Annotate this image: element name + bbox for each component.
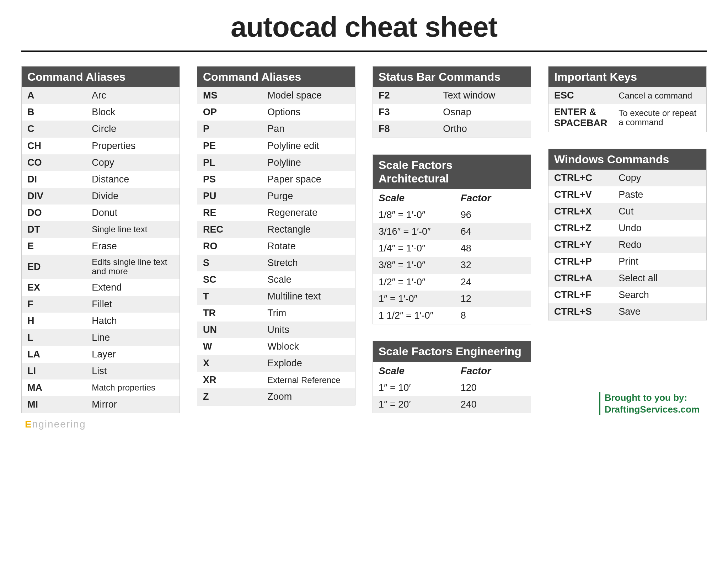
row-value: Scale bbox=[267, 274, 349, 285]
row-key: ESC bbox=[554, 90, 619, 101]
table-row: ENTER & SPACEBARTo execute or repeat a c… bbox=[548, 104, 706, 132]
row-key: REC bbox=[203, 224, 267, 235]
row-value: External Reference bbox=[267, 376, 349, 385]
row-key: PL bbox=[203, 157, 267, 168]
card-statusbar: Status Bar CommandsF2Text windowF3OsnapF… bbox=[373, 66, 531, 138]
row-value: 24 bbox=[461, 277, 525, 288]
table-row: 3/8″ = 1′-0″32 bbox=[373, 257, 531, 273]
table-row: LIList bbox=[22, 363, 180, 379]
card-scale-arch: Scale Factors ArchitecturalScaleFactor1/… bbox=[373, 154, 531, 324]
row-key: DIV bbox=[27, 191, 92, 202]
card-header: Command Aliases bbox=[22, 67, 180, 87]
table-row: DODonut bbox=[22, 205, 180, 221]
row-key: 1/8″ = 1′-0″ bbox=[379, 209, 461, 221]
row-value: Match properties bbox=[92, 383, 174, 392]
row-value: Explode bbox=[267, 358, 349, 369]
row-value: Distance bbox=[92, 174, 174, 185]
row-key: RO bbox=[203, 241, 267, 252]
row-value: Cancel a command bbox=[619, 91, 701, 100]
card-important-keys: Important KeysESCCancel a commandENTER &… bbox=[548, 66, 707, 132]
row-key: X bbox=[203, 358, 267, 369]
row-value: 48 bbox=[461, 243, 525, 254]
row-key: B bbox=[27, 107, 92, 118]
table-row: SStretch bbox=[197, 255, 355, 271]
row-value: 32 bbox=[461, 260, 525, 271]
row-key: CTRL+C bbox=[554, 172, 619, 184]
row-value: Redo bbox=[619, 239, 701, 250]
row-key: CH bbox=[27, 140, 92, 152]
row-value: Undo bbox=[619, 223, 701, 234]
table-row: F3Osnap bbox=[373, 104, 531, 121]
table-row: TMultiline text bbox=[197, 288, 355, 305]
table-row: 1″ = 1′-0″12 bbox=[373, 291, 531, 307]
row-value: Paper space bbox=[267, 174, 349, 185]
row-key: DT bbox=[27, 224, 92, 235]
row-key: ED bbox=[27, 261, 92, 272]
table-row: F8Ortho bbox=[373, 121, 531, 137]
table-row: EErase bbox=[22, 238, 180, 255]
page-title: autocad cheat sheet bbox=[21, 11, 707, 43]
row-key: P bbox=[203, 123, 267, 134]
card-aliases2: Command AliasesMSModel spaceOPOptionsPPa… bbox=[197, 66, 355, 405]
table-row: CTRL+XCut bbox=[548, 203, 706, 220]
card-header: Windows Commands bbox=[548, 149, 706, 170]
title-rule bbox=[21, 50, 707, 52]
table-row: CTRL+VPaste bbox=[548, 186, 706, 203]
row-key: CO bbox=[27, 157, 92, 168]
row-key: CTRL+V bbox=[554, 189, 619, 200]
footer-line2: DraftingServices.com bbox=[605, 404, 700, 415]
card-header: Status Bar Commands bbox=[373, 67, 531, 87]
row-key: SC bbox=[203, 274, 267, 285]
row-key: ENTER & SPACEBAR bbox=[554, 107, 619, 129]
row-value: Search bbox=[619, 290, 701, 301]
watermark-text: ngineering bbox=[32, 419, 86, 430]
row-key: LA bbox=[27, 349, 92, 360]
row-key: DO bbox=[27, 207, 92, 218]
card-header: Scale Factors Architectural bbox=[373, 155, 531, 189]
row-key: 1/2″ = 1′-0″ bbox=[379, 277, 461, 288]
table-row: AArc bbox=[22, 87, 180, 104]
table-row: CHProperties bbox=[22, 138, 180, 154]
card-header: Scale Factors Engineering bbox=[373, 341, 531, 362]
row-value: Options bbox=[267, 107, 349, 118]
columns: Command AliasesAArcBBlockCCircleCHProper… bbox=[21, 66, 707, 413]
sub-header-key: Scale bbox=[379, 192, 461, 204]
row-value: 12 bbox=[461, 293, 525, 304]
row-key: CTRL+F bbox=[554, 290, 619, 301]
table-row: DIVDivide bbox=[22, 188, 180, 205]
table-row: CTRL+CCopy bbox=[548, 170, 706, 186]
column-3: Important KeysESCCancel a commandENTER &… bbox=[548, 66, 707, 320]
row-key: PE bbox=[203, 140, 267, 152]
row-value: Polyline bbox=[267, 157, 349, 168]
card-header: Command Aliases bbox=[197, 67, 355, 87]
table-row: BBlock bbox=[22, 104, 180, 121]
sub-header: ScaleFactor bbox=[373, 189, 531, 207]
row-value: Ortho bbox=[443, 123, 525, 134]
table-row: MSModel space bbox=[197, 87, 355, 104]
row-value: Pan bbox=[267, 123, 349, 134]
table-row: CTRL+FSearch bbox=[548, 287, 706, 303]
watermark-e: E bbox=[25, 419, 32, 430]
row-key: CTRL+S bbox=[554, 306, 619, 317]
row-key: S bbox=[203, 257, 267, 269]
row-value: Wblock bbox=[267, 341, 349, 352]
table-row: EXExtend bbox=[22, 279, 180, 296]
row-value: Cut bbox=[619, 206, 701, 217]
row-value: Paste bbox=[619, 189, 701, 200]
row-key: C bbox=[27, 123, 92, 134]
row-value: Block bbox=[92, 107, 174, 118]
table-row: SCScale bbox=[197, 271, 355, 288]
row-value: Layer bbox=[92, 349, 174, 360]
row-key: TR bbox=[203, 308, 267, 319]
row-key: MS bbox=[203, 90, 267, 101]
table-row: DTSingle line text bbox=[22, 221, 180, 238]
row-key: EX bbox=[27, 282, 92, 293]
row-value: Donut bbox=[92, 207, 174, 218]
row-value: 64 bbox=[461, 226, 525, 237]
row-value: To execute or repeat a command bbox=[619, 108, 701, 127]
row-value: Copy bbox=[619, 172, 701, 184]
row-value: Units bbox=[267, 324, 349, 335]
row-key: DI bbox=[27, 174, 92, 185]
card-aliases1: Command AliasesAArcBBlockCCircleCHProper… bbox=[21, 66, 180, 413]
row-key: CTRL+A bbox=[554, 273, 619, 284]
